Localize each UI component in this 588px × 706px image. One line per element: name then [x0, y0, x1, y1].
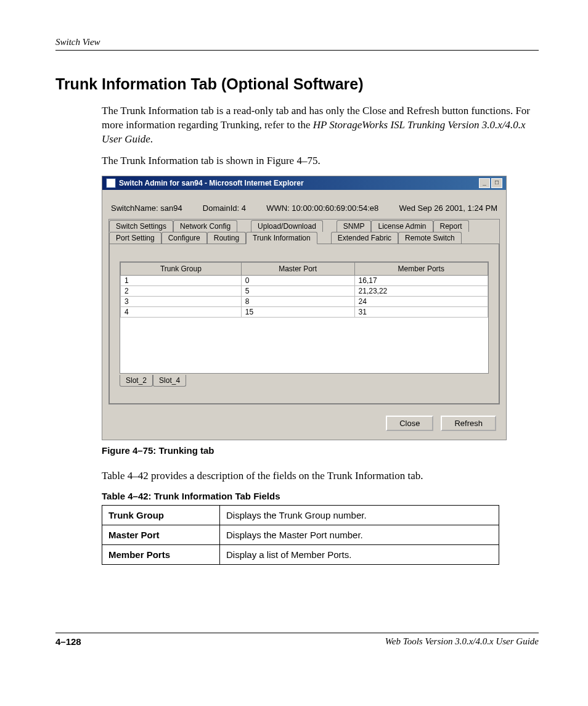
- cell-members: 16,17: [354, 275, 488, 285]
- cell-master: 8: [241, 296, 354, 306]
- trunk-table: Trunk Group Master Port Member Ports 1 0…: [120, 262, 488, 318]
- tab-port-setting[interactable]: Port Setting: [109, 232, 161, 244]
- col-master-port[interactable]: Master Port: [241, 262, 354, 275]
- tab-area: Switch Settings Network Config Upload/Do…: [108, 219, 500, 404]
- minimize-button[interactable]: _: [479, 178, 490, 188]
- field-desc: Displays the Master Port number.: [220, 525, 499, 544]
- tab-report[interactable]: Report: [433, 220, 469, 232]
- tab-remote-switch[interactable]: Remote Switch: [398, 232, 462, 244]
- figure-caption: Figure 4–75: Trunking tab: [102, 445, 539, 456]
- table-row: Member Ports Display a list of Member Po…: [102, 544, 499, 564]
- info-row: SwitchName: san94 DomainId: 4 WWN: 10:00…: [108, 203, 500, 219]
- tab-strip-row2: Port Setting Configure Routing Trunk Inf…: [109, 232, 499, 244]
- tab-upload-download[interactable]: Upload/Download: [251, 220, 323, 232]
- datetime: Wed Sep 26 2001, 1:24 PM: [399, 203, 497, 213]
- ie-icon: [106, 178, 116, 188]
- tab-trunk-information[interactable]: Trunk Information: [246, 232, 317, 244]
- cell-master: 5: [241, 285, 354, 296]
- close-button[interactable]: Close: [386, 416, 433, 431]
- fields-table: Trunk Group Displays the Trunk Group num…: [102, 505, 499, 565]
- tab-routing[interactable]: Routing: [207, 232, 246, 244]
- window-title: Switch Admin for san94 - Microsoft Inter…: [119, 179, 304, 187]
- col-trunk-group[interactable]: Trunk Group: [121, 262, 242, 275]
- table-row[interactable]: 1 0 16,17: [121, 275, 488, 285]
- paragraph-1: The Trunk Information tab is a read-only…: [102, 104, 539, 147]
- field-header: Trunk Group: [102, 505, 220, 525]
- tab-snmp[interactable]: SNMP: [337, 220, 372, 232]
- table-row: Master Port Displays the Master Port num…: [102, 525, 499, 544]
- field-desc: Displays the Trunk Group number.: [220, 505, 499, 525]
- table-row[interactable]: 2 5 21,23,22: [121, 285, 488, 296]
- tab-license-admin[interactable]: License Admin: [371, 220, 433, 232]
- cell-group: 1: [121, 275, 242, 285]
- slot-tab-4[interactable]: Slot_4: [153, 375, 186, 387]
- slot-tab-2[interactable]: Slot_2: [120, 375, 153, 387]
- tab-switch-settings[interactable]: Switch Settings: [109, 220, 173, 232]
- table-row[interactable]: 3 8 24: [121, 296, 488, 306]
- refresh-button[interactable]: Refresh: [441, 416, 496, 431]
- screenshot-window: Switch Admin for san94 - Microsoft Inter…: [102, 176, 507, 440]
- tab-extended-fabric[interactable]: Extended Fabric: [331, 232, 398, 244]
- cell-members: 21,23,22: [354, 285, 488, 296]
- cell-members: 31: [354, 306, 488, 317]
- paragraph-3: Table 4–42 provides a description of the…: [102, 469, 539, 483]
- trunk-table-wrap: Trunk Group Master Port Member Ports 1 0…: [120, 261, 489, 374]
- tab-panel: Trunk Group Master Port Member Ports 1 0…: [109, 244, 499, 404]
- section-title: Trunk Information Tab (Optional Software…: [55, 75, 539, 93]
- table-caption: Table 4–42: Trunk Information Tab Fields: [102, 491, 539, 501]
- table-row[interactable]: 4 15 31: [121, 306, 488, 317]
- cell-master: 0: [241, 275, 354, 285]
- maximize-button[interactable]: □: [491, 178, 502, 188]
- tab-strip-row1: Switch Settings Network Config Upload/Do…: [109, 220, 499, 232]
- table-row: Trunk Group Displays the Trunk Group num…: [102, 505, 499, 525]
- field-header: Master Port: [102, 525, 220, 544]
- domain-id: DomainId: 4: [203, 203, 246, 213]
- col-member-ports[interactable]: Member Ports: [354, 262, 488, 275]
- tab-network-config[interactable]: Network Config: [173, 220, 237, 232]
- running-header-left: Switch View: [55, 37, 100, 47]
- switch-name: SwitchName: san94: [111, 203, 182, 213]
- para1-text-c: .: [150, 133, 153, 145]
- tab-configure[interactable]: Configure: [161, 232, 207, 244]
- footer-right: Web Tools Version 3.0.x/4.0.x User Guide: [385, 636, 539, 647]
- wwn: WWN: 10:00:00:60:69:00:54:e8: [266, 203, 378, 213]
- cell-group: 2: [121, 285, 242, 296]
- field-header: Member Ports: [102, 544, 220, 564]
- paragraph-2: The Trunk Information tab is shown in Fi…: [102, 154, 539, 168]
- cell-group: 3: [121, 296, 242, 306]
- page-number: 4–128: [55, 636, 81, 647]
- cell-master: 15: [241, 306, 354, 317]
- slot-tabs: Slot_2 Slot_4: [120, 375, 489, 387]
- field-desc: Display a list of Member Ports.: [220, 544, 499, 564]
- window-titlebar: Switch Admin for san94 - Microsoft Inter…: [102, 176, 506, 190]
- cell-group: 4: [121, 306, 242, 317]
- cell-members: 24: [354, 296, 488, 306]
